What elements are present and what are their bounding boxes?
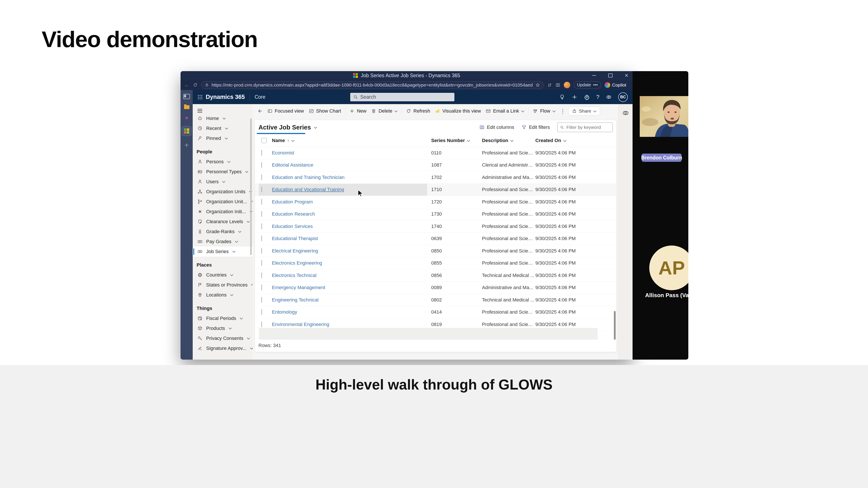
chevron-down-icon[interactable] — [395, 109, 398, 112]
sidebar-item-pinned[interactable]: Pinned — [193, 133, 253, 143]
table-row[interactable]: Education and Training Technician 1702 A… — [255, 171, 616, 184]
show-chart-button[interactable]: Show Chart — [306, 107, 343, 115]
row-checkbox[interactable] — [261, 187, 262, 192]
table-row[interactable]: Education Services 1740 Professional and… — [255, 220, 616, 233]
chevron-down-icon[interactable] — [467, 139, 470, 142]
chevron-down-icon[interactable] — [230, 273, 233, 276]
row-name-link[interactable]: Electronics Technical — [272, 273, 316, 278]
keyword-filter-input[interactable] — [566, 125, 610, 130]
update-button[interactable]: Update ••• — [574, 82, 601, 89]
global-search-box[interactable]: Search — [350, 93, 455, 101]
more-commands-icon[interactable]: ⋮ — [558, 108, 568, 115]
browser-profile-avatar[interactable] — [564, 82, 570, 88]
row-name-link[interactable]: Emergency Management — [272, 285, 325, 290]
chevron-down-icon[interactable] — [238, 230, 241, 233]
sidenav-scrollbar[interactable] — [250, 119, 252, 255]
new-button[interactable]: New — [347, 107, 369, 115]
chevron-down-icon[interactable] — [229, 326, 232, 329]
keyword-filter-box[interactable] — [557, 123, 613, 132]
row-name-link[interactable]: Electronics Engineering — [272, 260, 322, 266]
chevron-down-icon[interactable] — [223, 117, 226, 120]
sidebar-item-privacy-consents[interactable]: Privacy Consents — [193, 333, 253, 343]
row-name-link[interactable]: Education and Training Technician — [272, 174, 345, 180]
close-icon[interactable]: × — [625, 72, 628, 78]
minimize-icon[interactable] — [592, 75, 596, 76]
url-text[interactable]: https://mtc-prod.crm.dynamics.com/main.a… — [212, 83, 533, 88]
delete-button[interactable]: Delete — [369, 107, 400, 115]
copilot-icon[interactable] — [606, 94, 612, 100]
sidebar-item-organization-initi-[interactable]: Organization Initi... — [193, 207, 253, 217]
chevron-down-icon[interactable] — [232, 250, 236, 253]
row-name-link[interactable]: Educational Therapist — [272, 236, 318, 241]
sidebar-item-persons[interactable]: Persons — [193, 157, 253, 167]
copilot-button[interactable]: Copilot — [604, 82, 626, 88]
copilot-icon[interactable] — [622, 109, 629, 117]
chevron-down-icon[interactable] — [563, 139, 566, 142]
row-name-link[interactable]: Education Program — [272, 199, 313, 205]
row-checkbox[interactable] — [261, 297, 262, 303]
email-link-button[interactable]: Email a Link — [483, 107, 527, 115]
row-checkbox[interactable] — [261, 223, 262, 229]
sidebar-item-countries[interactable]: Countries — [193, 270, 253, 280]
chevron-down-icon[interactable] — [251, 284, 253, 286]
sidebar-item-products[interactable]: Products — [193, 323, 253, 333]
collections-icon[interactable] — [556, 83, 560, 88]
address-bar[interactable]: https://mtc-prod.crm.dynamics.com/main.a… — [201, 81, 544, 89]
user-avatar[interactable]: BC — [618, 92, 628, 102]
chevron-down-icon[interactable] — [240, 317, 243, 320]
chevron-down-icon[interactable] — [245, 170, 248, 173]
sidebar-item-job-series[interactable]: Job Series — [193, 247, 253, 257]
view-selector[interactable]: Active Job Series — [258, 124, 317, 131]
table-row[interactable]: Engineering Technical 0802 Technical and… — [255, 294, 616, 306]
sync-icon[interactable] — [547, 83, 552, 88]
edit-columns-button[interactable]: Edit columns — [479, 125, 514, 130]
column-header-description[interactable]: Description — [482, 138, 514, 143]
sidebar-item-signature-approv-[interactable]: Signature Approv... — [193, 343, 253, 353]
chevron-down-icon[interactable] — [552, 109, 555, 112]
sidebar-item-organization-units[interactable]: Organization Units — [193, 187, 253, 197]
row-checkbox[interactable] — [261, 248, 262, 254]
waffle-icon[interactable] — [198, 95, 199, 96]
select-all-checkbox[interactable] — [261, 138, 267, 143]
chevron-down-icon[interactable] — [227, 160, 230, 163]
sidebar-item-recent[interactable]: Recent — [193, 123, 253, 133]
sidebar-item-grade-ranks[interactable]: Grade-Ranks — [193, 227, 253, 237]
chevron-down-icon[interactable] — [222, 180, 225, 183]
app-name[interactable]: Dynamics 365 — [206, 94, 245, 100]
lightbulb-icon[interactable] — [559, 94, 565, 100]
row-name-link[interactable]: Engineering Technical — [272, 297, 318, 303]
favorites-star-icon[interactable] — [535, 83, 540, 88]
row-checkbox[interactable] — [261, 309, 262, 315]
app-grid-icon[interactable] — [182, 126, 192, 136]
table-row[interactable]: Education Research 1730 Professional and… — [255, 208, 616, 221]
sidebar-item-clearance-levels[interactable]: Clearance Levels — [193, 217, 253, 227]
row-checkbox[interactable] — [261, 260, 262, 266]
sidebar-item-pay-grades[interactable]: Pay Grades — [193, 237, 253, 247]
table-row[interactable]: Electronics Technical 0856 Technical and… — [255, 269, 616, 282]
environment-name[interactable]: Core — [254, 94, 266, 100]
table-row[interactable]: Educational Therapist 0639 Professional … — [255, 233, 616, 245]
row-name-link[interactable]: Economist — [272, 150, 294, 156]
focused-view-button[interactable]: Focused view — [265, 107, 306, 115]
sidebar-item-organization-unit-[interactable]: Organization Unit... — [193, 197, 253, 207]
table-row[interactable]: Entomology 0414 Professional and Scient.… — [255, 306, 616, 319]
folder-icon[interactable] — [184, 105, 189, 109]
chevron-down-icon[interactable] — [225, 136, 228, 139]
gear-icon[interactable] — [584, 94, 590, 100]
column-header-series-number[interactable]: Series Number — [431, 138, 470, 143]
sidebar-item-states-or-provinces[interactable]: States or Provinces — [193, 280, 253, 290]
refresh-icon[interactable] — [193, 83, 198, 88]
row-checkbox[interactable] — [261, 235, 262, 241]
sidebar-item-home[interactable]: Home — [193, 113, 253, 123]
table-row[interactable]: Education and Vocational Training 1710 P… — [255, 184, 616, 196]
table-row[interactable]: Emergency Management 0089 Administrative… — [255, 282, 616, 294]
back-icon[interactable] — [257, 108, 263, 113]
sidebar-item-users[interactable]: Users — [193, 177, 253, 187]
column-header-created-on[interactable]: Created On — [535, 138, 566, 143]
back-icon[interactable]: ← — [184, 82, 189, 88]
row-checkbox[interactable] — [261, 285, 262, 290]
chevron-down-icon[interactable] — [510, 139, 514, 142]
row-name-link[interactable]: Entomology — [272, 309, 297, 315]
grid-scrollbar[interactable] — [614, 311, 616, 340]
help-icon[interactable]: ? — [596, 94, 599, 100]
